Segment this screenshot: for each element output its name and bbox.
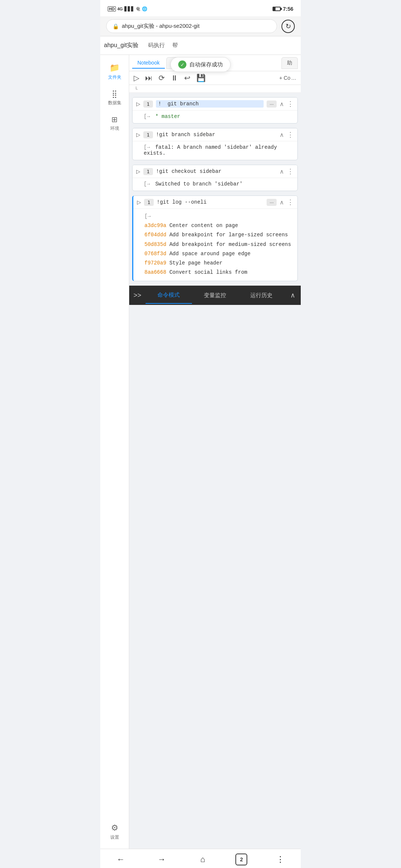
cell-4-header: ▷ 1 !git log --oneli ··· ∧ ⋮ <box>133 196 297 208</box>
cell-3-collapse-icon[interactable]: ∧ <box>280 168 284 175</box>
cell-3-run-button[interactable]: ▷ <box>136 168 140 174</box>
app-title: ahpu_git实验 <box>104 42 138 49</box>
cell-1-actions: ∧ ⋮ <box>280 100 294 108</box>
browser-bar: 🔒 ahpu_git实验 - ahpu-se2002-git ↻ <box>100 16 301 36</box>
commit-msg-6: Convert social links from <box>169 269 247 275</box>
sidebar-item-datasets[interactable]: ⣿ 数据集 <box>102 86 127 110</box>
cell-2-number: 1 <box>143 131 153 138</box>
forward-button[interactable]: → <box>154 855 170 864</box>
cell-1-code[interactable]: ! git branch <box>156 100 264 108</box>
sidebar-item-env[interactable]: ⊞ 环境 <box>102 111 127 135</box>
commit-hash-3: 50d835d <box>144 241 166 247</box>
cell-4-run-button[interactable]: ▷ <box>137 199 141 205</box>
cell-4-output: [→ a3dc99a Center content on page 6f04dd… <box>133 208 297 281</box>
cell-4: ▷ 1 !git log --oneli ··· ∧ ⋮ [→ a3dc99a <box>132 195 298 281</box>
cell-4-number: 1 <box>144 199 154 206</box>
pause-button[interactable]: ⏸ <box>171 74 178 82</box>
toolbar: ▷ ⏭ ⟳ ⏸ ↩ 💾 + Co … <box>129 71 301 85</box>
home-button[interactable]: ⌂ <box>195 855 211 864</box>
cell-3-output: [→ Switched to branch 'sidebar' <box>133 178 297 191</box>
nav-help[interactable]: 帮 <box>169 42 182 49</box>
url-text: ahpu_git实验 - ahpu-se2002-git <box>122 23 199 30</box>
signal-bars-icon: ▋▋▋ <box>124 6 134 11</box>
cell-4-menu-icon[interactable]: ⋮ <box>287 198 294 206</box>
tab-help-label: 助 <box>287 60 292 66</box>
expand-button[interactable]: >> <box>129 292 146 299</box>
bottom-tab-variables[interactable]: 变量监控 <box>192 287 238 303</box>
cell-1-more-button[interactable]: ··· <box>267 101 277 108</box>
fast-forward-button[interactable]: ⏭ <box>145 74 153 82</box>
bottom-tab-command-label: 命令模式 <box>157 292 180 298</box>
lock-icon: 🔒 <box>113 23 119 29</box>
cell-2-run-button[interactable]: ▷ <box>136 132 140 138</box>
cell-2-code[interactable]: !git branch sidebar <box>156 132 277 138</box>
tab-help[interactable]: 助 <box>281 57 298 69</box>
save-button[interactable]: 💾 <box>196 73 206 82</box>
sidebar-item-settings[interactable]: ⚙ 设置 <box>102 819 127 844</box>
cell-3-header: ▷ 1 !git checkout sidebar ∧ ⋮ <box>133 165 297 178</box>
nav-bar: ← → ⌂ 2 ⋮ <box>100 849 301 868</box>
main-layout: 📁 文件夹 ⣿ 数据集 ⊞ 环境 ⚙ 设置 Notebook 终端-1 ✕ <box>100 55 301 849</box>
add-code-button[interactable]: + Co … <box>279 75 296 81</box>
hd-indicator: HD <box>108 6 116 11</box>
cell-1-collapse-icon[interactable]: ∧ <box>280 101 284 108</box>
time-display: 7:56 <box>283 6 293 12</box>
globe-icon: 🌐 <box>142 6 147 11</box>
commit-msg-3: Add breakpoint for medium-sized screens <box>169 241 291 247</box>
wifi-icon: 奄 <box>136 6 140 12</box>
bottom-tab-history[interactable]: 运行历史 <box>238 287 284 303</box>
autosave-toast: ✓ 自动保存成功 <box>170 57 231 72</box>
cell-3-actions: ∧ ⋮ <box>280 167 294 175</box>
cell-1-number: 1 <box>143 101 153 108</box>
history-button[interactable]: ⟳ <box>159 73 165 82</box>
cell-1-run-button[interactable]: ▷ <box>136 101 140 107</box>
cell-2-output: [→ fatal: A branch named 'sidebar' alrea… <box>133 141 297 160</box>
cell-4-output-prefix-row: [→ <box>144 212 292 221</box>
reload-button[interactable]: ↻ <box>281 20 295 33</box>
cell-1-menu-icon[interactable]: ⋮ <box>287 100 294 108</box>
status-bar: HD 4G ▋▋▋ 奄 🌐 7:56 <box>100 0 301 16</box>
cell-2-collapse-icon[interactable]: ∧ <box>280 131 284 138</box>
commit-hash-2: 6f04ddd <box>144 232 166 238</box>
reset-button[interactable]: ↩ <box>184 73 190 82</box>
cell-4-output-line-4: 0768f3d Add space around page edge <box>144 249 292 259</box>
cell-4-collapse-icon[interactable]: ∧ <box>280 199 284 206</box>
commit-hash-6: 8aa6668 <box>144 269 166 275</box>
pages-indicator[interactable]: 2 <box>235 854 247 865</box>
commit-msg-1: Center content on page <box>169 223 238 228</box>
output-prefix-icon: [→ <box>144 114 150 119</box>
nav-code-exec[interactable]: 码执行 <box>144 42 169 49</box>
run-button[interactable]: ▷ <box>134 73 139 82</box>
dataset-icon: ⣿ <box>112 89 117 98</box>
cell-4-code[interactable]: !git log --oneli <box>157 199 264 205</box>
cell-2-actions: ∧ ⋮ <box>280 131 294 139</box>
cell-1-header: ▷ 1 ! git branch ··· ∧ ⋮ <box>133 98 297 110</box>
sidebar-item-files[interactable]: 📁 文件夹 <box>102 59 127 84</box>
url-bar[interactable]: 🔒 ahpu_git实验 - ahpu-se2002-git <box>106 19 277 33</box>
collapse-button[interactable]: ∧ <box>284 291 301 299</box>
folder-icon: 📁 <box>110 63 120 73</box>
add-code-arrow: … <box>291 75 296 81</box>
toast-check-icon: ✓ <box>178 60 186 69</box>
env-icon: ⊞ <box>111 115 118 124</box>
cell-4-output-line-3: 50d835d Add breakpoint for medium-sized … <box>144 240 292 249</box>
scroll-hint: └ <box>129 85 301 93</box>
signal-4g: 4G <box>117 7 123 11</box>
cell-4-actions: ∧ ⋮ <box>280 198 294 206</box>
settings-icon: ⚙ <box>111 823 118 833</box>
back-button[interactable]: ← <box>113 855 129 864</box>
more-menu-button[interactable]: ⋮ <box>272 855 288 864</box>
status-right: 7:56 <box>273 6 293 12</box>
app-header: ahpu_git实验 码执行 帮 ✓ 自动保存成功 <box>100 36 301 55</box>
bottom-tab-command[interactable]: 命令模式 <box>146 287 192 304</box>
cell-2-menu-icon[interactable]: ⋮ <box>287 131 294 139</box>
cell-1: ▷ 1 ! git branch ··· ∧ ⋮ [→ * master <box>132 97 298 124</box>
cell-4-output-line-2: 6f04ddd Add breakpoint for large-sized s… <box>144 230 292 240</box>
cell-3-menu-icon[interactable]: ⋮ <box>287 167 294 175</box>
commit-msg-4: Add space around page edge <box>169 251 250 257</box>
cell-4-output-line-6: 8aa6668 Convert social links from <box>144 268 292 277</box>
cell-4-more-button[interactable]: ··· <box>267 199 277 206</box>
toast-text: 自动保存成功 <box>189 61 223 68</box>
cell-3-code[interactable]: !git checkout sidebar <box>156 168 277 174</box>
tab-notebook[interactable]: Notebook <box>132 57 165 69</box>
